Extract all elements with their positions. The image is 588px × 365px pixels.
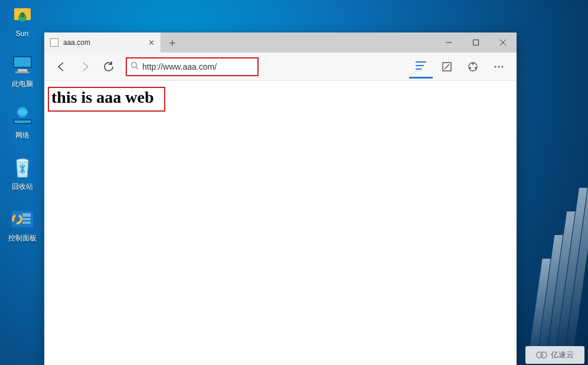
address-bar-area: [126, 57, 403, 76]
page-heading: this is aaa web: [51, 88, 153, 107]
svg-point-20: [132, 62, 137, 67]
tab-title: aaa.com: [63, 38, 143, 47]
favicon-icon: [50, 38, 58, 47]
svg-rect-12: [22, 213, 31, 217]
watermark: 亿速云: [525, 346, 584, 364]
svg-point-29: [469, 67, 471, 69]
wallpaper-light-bars: [517, 141, 588, 365]
desktop-icon-network[interactable]: 网络: [0, 105, 44, 141]
svg-rect-17: [473, 40, 479, 45]
watermark-text: 亿速云: [551, 350, 574, 360]
browser-window: aaa.com ✕ ＋: [44, 32, 517, 365]
refresh-button[interactable]: [97, 56, 120, 78]
svg-point-32: [498, 66, 500, 67]
maximize-icon: [472, 39, 479, 46]
svg-line-26: [445, 64, 449, 69]
toolbar: [44, 53, 517, 81]
user-icon: [11, 4, 34, 27]
note-icon: [441, 61, 453, 73]
reading-view-button[interactable]: [409, 54, 433, 79]
svg-point-30: [475, 67, 476, 69]
tab-bar: aaa.com ✕ ＋: [44, 32, 517, 53]
maximize-button[interactable]: [462, 32, 489, 53]
network-icon: [11, 105, 34, 128]
watermark-logo-icon: [536, 351, 547, 359]
share-button[interactable]: [461, 56, 485, 78]
reading-list-icon: [414, 60, 427, 71]
minimize-icon: [445, 39, 452, 46]
more-icon: [493, 61, 505, 73]
desktop-icon-user[interactable]: Sun: [0, 4, 44, 38]
arrow-left-icon: [55, 61, 67, 73]
window-controls: [435, 32, 517, 53]
svg-rect-13: [22, 218, 31, 220]
desktop-icon-label: 网络: [15, 131, 30, 141]
close-window-button[interactable]: [489, 32, 517, 53]
desktop-icon-recycle-bin[interactable]: 回收站: [0, 156, 44, 192]
svg-rect-14: [22, 221, 31, 224]
close-tab-button[interactable]: ✕: [148, 38, 155, 47]
svg-rect-6: [15, 71, 30, 73]
svg-point-31: [495, 66, 496, 67]
toolbar-right: [409, 54, 511, 79]
url-input[interactable]: [142, 62, 253, 71]
desktop-icon-label: 此电脑: [12, 79, 33, 89]
desktop-icon-label: Sun: [16, 30, 28, 38]
search-icon: [130, 61, 139, 72]
svg-point-33: [502, 66, 504, 67]
svg-rect-9: [14, 120, 31, 123]
forward-button[interactable]: [74, 56, 96, 78]
heading-highlight-box: this is aaa web: [48, 87, 165, 112]
control-panel-icon: [11, 207, 34, 231]
svg-rect-5: [18, 69, 27, 71]
desktop-icon-control-panel[interactable]: 控制面板: [0, 207, 44, 243]
share-icon: [467, 61, 479, 73]
close-icon: [499, 39, 507, 46]
new-tab-button[interactable]: ＋: [161, 32, 184, 53]
address-bar[interactable]: [126, 57, 259, 76]
refresh-icon: [103, 61, 115, 73]
recycle-bin-icon: [11, 156, 34, 180]
svg-line-21: [136, 67, 139, 69]
arrow-right-icon: [79, 61, 91, 73]
svg-rect-4: [14, 57, 31, 67]
desktop-icon-label: 控制面板: [8, 233, 37, 243]
minimize-button[interactable]: [435, 32, 462, 53]
desktop-icon-this-pc[interactable]: 此电脑: [0, 53, 44, 89]
back-button[interactable]: [50, 56, 73, 78]
desktop: Sun 此电脑 网络: [0, 0, 44, 259]
page-content: this is aaa web: [44, 81, 517, 365]
svg-point-10: [17, 159, 28, 162]
this-pc-icon: [11, 53, 34, 77]
notes-button[interactable]: [435, 56, 459, 78]
svg-point-2: [20, 12, 25, 17]
tab-active[interactable]: aaa.com ✕: [44, 32, 161, 53]
svg-point-28: [472, 63, 474, 64]
desktop-icon-label: 回收站: [12, 182, 33, 192]
more-button[interactable]: [487, 56, 511, 78]
